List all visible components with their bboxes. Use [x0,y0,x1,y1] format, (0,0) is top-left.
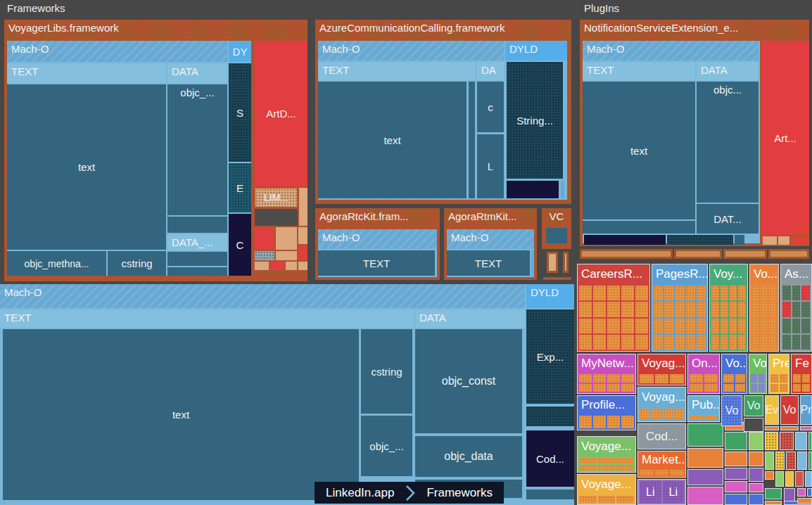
azure-text-section[interactable]: text [318,82,467,198]
treemap-cell[interactable] [782,335,791,350]
treemap-cell[interactable] [738,286,746,300]
treemap-cell[interactable] [751,302,759,317]
treemap-cell[interactable] [761,335,768,350]
plugin-cell[interactable] [786,452,796,470]
azure-text-band[interactable]: TEXT [318,62,476,80]
plugin-cell[interactable] [725,494,747,505]
treemap-cell[interactable] [690,416,703,420]
plugin-cell[interactable] [797,488,806,497]
treemap-cell[interactable] [593,374,606,383]
treemap-cell[interactable] [593,416,606,428]
azure-data-band[interactable]: DA [477,62,504,80]
plugin-cell[interactable] [807,488,812,497]
plugin-vo-group-header[interactable]: Vo... [722,354,747,373]
treemap-cell[interactable] [621,302,634,317]
plugin-cell[interactable] [785,471,794,487]
plugin-cell[interactable] [795,471,804,487]
treemap-cell[interactable] [686,319,695,333]
treemap-cell[interactable] [635,319,648,333]
plugin-cell[interactable] [780,426,799,430]
treemap-cell[interactable]: Li [663,481,685,503]
main-exports-section[interactable]: Exp... [526,309,574,404]
azure-c-section[interactable]: c [477,82,504,132]
plugin-vo-group[interactable]: Vo... [749,264,779,352]
voyager-tan-resource[interactable] [276,227,297,250]
plugin-cell[interactable] [795,432,807,450]
plugin-cod-group[interactable]: Cod... [637,423,686,449]
azure-navy-section[interactable] [507,181,559,198]
treemap-cell[interactable] [593,302,606,317]
plugin-profile-group-header[interactable]: Profile... [578,396,635,414]
plugin-cell[interactable] [749,452,763,466]
treemap-cell[interactable] [751,384,757,392]
treemap-cell[interactable]: Li [640,481,661,503]
plugin-profile-group[interactable]: Profile... [577,395,636,430]
treemap-cell[interactable] [598,458,616,464]
treemap-cell[interactable] [759,384,765,392]
plugin-voyag-group-header[interactable]: Voyag... [638,388,685,407]
voyager-text-section[interactable]: text [7,84,166,250]
treemap-cell[interactable] [654,335,663,350]
treemap-cell[interactable] [579,374,592,383]
treemap-cell[interactable] [690,374,703,383]
treemap-cell[interactable] [593,384,606,392]
voyager-dataconst-small[interactable] [167,267,227,276]
plugin-on-group-header[interactable]: On... [688,354,719,373]
plugin-voy-group[interactable]: Voy... [709,264,748,352]
nse-dotted-strip[interactable] [667,235,733,245]
plugin-cell[interactable] [805,471,812,487]
nse-art-resource[interactable]: Art... [761,41,809,235]
treemap-cell[interactable] [793,374,801,383]
nse-text-band[interactable]: TEXT [583,62,695,80]
voyager-tan-resource[interactable] [298,262,307,270]
plugin-voy-group-header[interactable]: Voy... [710,264,747,284]
voyager-data-band[interactable]: DATA [167,63,227,83]
azure-l-section[interactable]: L [477,134,504,198]
treemap-cell[interactable] [655,470,669,475]
voyager-text-band[interactable]: TEXT [7,63,166,83]
treemap-cell[interactable] [761,286,768,300]
voyager-dataconst-band[interactable]: DATA_... [167,234,227,250]
nse-small-box[interactable] [735,235,744,245]
voyager-dataconst-section[interactable] [167,252,227,266]
plugin-vo-group-header[interactable]: Vo... [750,264,778,284]
treemap-cell[interactable] [792,302,801,317]
voyager-red-resource[interactable] [270,262,284,270]
plugin-pre-group-header[interactable]: Pre [769,354,789,373]
plugin-cell[interactable] [725,481,747,492]
voyager-grayblue-resource[interactable] [255,251,274,260]
treemap-cell[interactable] [721,319,728,333]
treemap-cell[interactable] [607,286,620,300]
treemap-cell[interactable] [675,286,684,300]
plugin-cell[interactable] [808,432,812,450]
treemap-cell[interactable] [711,302,719,317]
plugin-cell[interactable] [808,452,812,470]
treemap-cell[interactable] [704,416,718,420]
plugin-pagesr-group[interactable]: PagesR... [652,264,708,352]
voyager-c-section[interactable]: C [229,214,251,276]
plugin-cell[interactable] [725,468,747,480]
main-objc-const-section[interactable]: objc_const [415,329,522,433]
treemap-cell[interactable] [686,302,695,317]
treemap-cell[interactable] [770,374,778,383]
treemap-cell[interactable] [735,384,746,392]
voyager-gray-resource[interactable] [255,209,298,226]
treemap-cell[interactable] [621,384,634,392]
treemap-cell[interactable] [782,286,791,300]
plugin-cell[interactable] [775,471,784,487]
treemap-cell[interactable] [723,374,734,383]
treemap-cell[interactable] [704,384,718,392]
main-cstring-section[interactable]: cstring [361,329,412,414]
treemap-cell[interactable] [782,319,791,333]
treemap-cell[interactable] [751,335,759,350]
voyager-artd-resource[interactable]: ArtD... [255,41,307,186]
plugin-cell[interactable] [687,423,723,447]
treemap-cell[interactable] [721,335,728,350]
treemap-cell[interactable] [730,319,737,333]
plugin-vo-group[interactable]: Vo [721,395,742,426]
treemap-cell[interactable] [697,302,706,317]
voyager-s-section[interactable]: S [229,63,251,162]
treemap-cell[interactable] [598,496,616,503]
plugin-cell[interactable] [780,432,794,450]
small-plugin-bar[interactable] [543,277,571,280]
